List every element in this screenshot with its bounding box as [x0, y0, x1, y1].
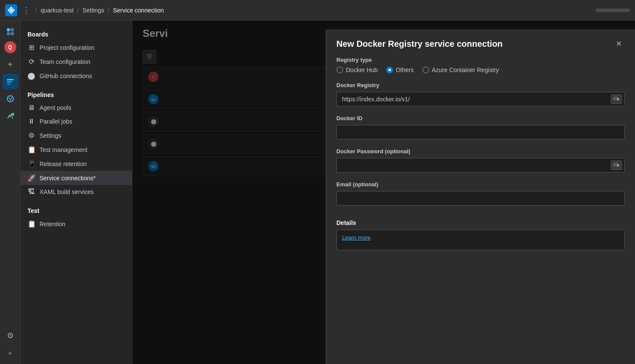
boards-section-title: Boards [21, 27, 132, 40]
radio-circle-others [386, 67, 393, 73]
docker-registry-input[interactable] [336, 92, 625, 106]
details-title: Details [336, 214, 625, 230]
xaml-build-icon: 🏗 [27, 188, 35, 196]
plus-icon: + [8, 60, 13, 70]
docker-password-label: Docker Password (optional) [336, 148, 625, 155]
top-bar: ⋮ / quarkus-test / Settings / Service co… [0, 0, 635, 21]
content-area: Servi ! 🐳 [132, 21, 635, 364]
sidebar-item-label-team-config: Team configuration [40, 58, 90, 65]
docker-id-label: Docker ID [336, 115, 625, 121]
svg-rect-1 [11, 28, 14, 31]
sidebar-item-label-project-config: Project configuration [40, 44, 95, 51]
svg-rect-12 [617, 98, 619, 100]
app-logo[interactable] [5, 4, 17, 16]
github-icon: ⬤ [27, 72, 35, 80]
details-learn-more[interactable]: Learn more [342, 234, 370, 241]
icon-bar: Q + ⚙ » [0, 21, 21, 364]
breadcrumb-sep-2: / [77, 6, 79, 14]
email-input-wrapper [336, 191, 625, 206]
docker-password-key-btn[interactable] [611, 161, 622, 170]
sidebar-item-label-service-connections: Service connections* [40, 175, 96, 182]
settings-pipeline-icon: ⚙ [27, 131, 35, 140]
modal-close-button[interactable]: ✕ [613, 38, 625, 50]
nav-plus[interactable]: + [3, 57, 18, 72]
team-config-icon: ⟳ [27, 58, 35, 66]
sidebar-item-project-configuration[interactable]: ⊞ Project configuration [21, 40, 132, 55]
breadcrumb-sep-3: / [108, 6, 110, 14]
pipelines-section-title: Pipelines [21, 88, 132, 101]
registry-type-group: Registry type Docker Hub Others Azure [336, 57, 625, 73]
radio-label-azure: Azure Container Registry [432, 67, 499, 73]
modal-header: New Docker Registry service connection ✕ [326, 29, 635, 57]
svg-rect-3 [11, 32, 14, 35]
docker-id-input-wrapper [336, 125, 625, 140]
nav-pipelines[interactable] [3, 91, 18, 106]
modal-title: New Docker Registry service connection [336, 39, 503, 49]
email-label: Email (optional) [336, 181, 625, 188]
top-bar-actions [595, 9, 630, 12]
radio-circle-azure [422, 67, 429, 73]
sidebar-item-team-configuration[interactable]: ⟳ Team configuration [21, 55, 132, 69]
sidebar-item-label-parallel-jobs: Parallel jobs [40, 118, 72, 125]
registry-type-label: Registry type [336, 57, 625, 63]
docker-id-group: Docker ID [336, 115, 625, 140]
details-box: Learn more [336, 230, 625, 250]
nav-test[interactable] [3, 108, 18, 124]
modal-body: Registry type Docker Hub Others Azure [326, 57, 635, 364]
sidebar-item-label-settings: Settings [40, 132, 61, 139]
sidebar-item-agent-pools[interactable]: 🖥 Agent pools [21, 101, 132, 115]
svg-rect-11 [614, 97, 617, 100]
main-layout: Q + ⚙ » [0, 21, 635, 364]
radio-option-azure[interactable]: Azure Container Registry [422, 67, 499, 73]
radio-option-others[interactable]: Others [386, 67, 414, 73]
svg-rect-15 [614, 164, 617, 166]
svg-rect-16 [617, 164, 619, 166]
release-retention-icon: 📱 [27, 160, 35, 168]
email-group: Email (optional) [336, 181, 625, 206]
svg-rect-6 [7, 83, 10, 85]
breadcrumb-settings[interactable]: Settings [82, 7, 104, 14]
sidebar-item-service-connections[interactable]: 🚀 Service connections* [21, 171, 132, 185]
sidebar-item-xaml-build[interactable]: 🏗 XAML build services [21, 185, 132, 199]
test-mgmt-icon: 📋 [27, 146, 35, 154]
svg-rect-5 [7, 81, 12, 82]
radio-option-docker-hub[interactable]: Docker Hub [336, 67, 378, 73]
sidebar-item-label-agent-pools: Agent pools [40, 104, 71, 111]
docker-registry-group: Docker Registry [336, 82, 625, 106]
sidebar-item-label-release-retention: Release retention [40, 161, 87, 167]
agent-pools-icon: 🖥 [27, 104, 35, 112]
docker-password-input[interactable] [336, 158, 625, 173]
sidebar-item-github-connections[interactable]: ⬤ GitHub connections [21, 69, 132, 83]
sidebar-item-label-github: GitHub connections [40, 73, 92, 79]
sidebar-item-settings[interactable]: ⚙ Settings [21, 128, 132, 143]
user-avatar[interactable]: Q [4, 41, 16, 53]
retention-icon: 📋 [27, 220, 35, 228]
radio-circle-docker-hub [336, 67, 343, 73]
project-config-icon: ⊞ [27, 43, 35, 52]
sidebar-item-label-test-mgmt: Test management [40, 146, 87, 153]
nav-home[interactable] [3, 24, 18, 39]
nav-boards[interactable] [3, 74, 18, 89]
email-input[interactable] [336, 191, 625, 206]
nav-settings[interactable]: ⚙ [3, 328, 18, 343]
menu-dots[interactable]: ⋮ [21, 4, 32, 17]
sidebar-item-retention[interactable]: 📋 Retention [21, 217, 132, 231]
service-connections-icon: 🚀 [27, 174, 35, 182]
svg-point-7 [7, 96, 13, 102]
breadcrumb-service-connection[interactable]: Service connection [113, 7, 164, 14]
sidebar-item-test-management[interactable]: 📋 Test management [21, 143, 132, 157]
breadcrumb-project[interactable]: quarkus-test [40, 7, 73, 14]
sidebar-item-release-retention[interactable]: 📱 Release retention [21, 157, 132, 171]
breadcrumb-sep-1: / [35, 6, 37, 14]
docker-registry-key-btn[interactable] [611, 94, 622, 104]
docker-password-group: Docker Password (optional) [336, 148, 625, 173]
svg-rect-2 [7, 32, 10, 35]
svg-rect-4 [7, 79, 14, 80]
docker-id-input[interactable] [336, 125, 625, 140]
test-section-title: Test [21, 204, 132, 217]
svg-rect-0 [7, 28, 10, 31]
sidebar-item-parallel-jobs[interactable]: ⏸ Parallel jobs [21, 115, 132, 128]
nav-expand[interactable]: » [3, 345, 18, 361]
svg-point-8 [12, 113, 14, 115]
docker-password-input-wrapper [336, 158, 625, 173]
